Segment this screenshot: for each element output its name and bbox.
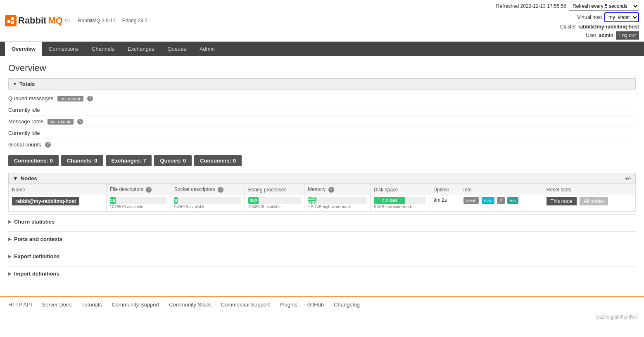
ports-contexts-header[interactable]: ▶ Ports and contexts bbox=[8, 232, 636, 246]
svg-rect-1 bbox=[11, 17, 14, 20]
user-value: admin bbox=[599, 33, 613, 38]
virtual-host-select[interactable]: my_vhost/ bbox=[604, 12, 639, 22]
nodes-section: ▼ Nodes +/- Name File descriptors ? Sock… bbox=[8, 173, 636, 212]
footer-community-support[interactable]: Community Support bbox=[112, 302, 159, 308]
sd-help-icon[interactable]: ? bbox=[218, 187, 223, 193]
global-counts-row: Global counts ? bbox=[8, 139, 636, 150]
reset-all-nodes-button[interactable]: All nodes bbox=[580, 197, 608, 205]
churn-statistics-label: Churn statistics bbox=[14, 219, 55, 225]
nav-connections[interactable]: Connections bbox=[42, 42, 85, 56]
footer-github[interactable]: GitHub bbox=[307, 302, 324, 308]
totals-label: Totals bbox=[19, 81, 35, 87]
refresh-row: Refreshed 2022-12-13 17:55:56 Refresh ev… bbox=[496, 2, 639, 11]
logo-tm: TM bbox=[64, 19, 70, 23]
main-content: Overview ▼ Totals Queued messages last m… bbox=[0, 56, 644, 288]
col-erlang-processes: Erlang processes bbox=[245, 184, 304, 195]
global-counts-help[interactable]: ? bbox=[45, 142, 51, 148]
export-arrow: ▶ bbox=[8, 254, 12, 259]
message-rates-row: Message rates last minute ? bbox=[8, 116, 636, 127]
ports-contexts-section: ▶ Ports and contexts bbox=[8, 231, 636, 246]
import-definitions-section: ▶ Import definitions bbox=[8, 266, 636, 281]
ep-progress-bar: 382 bbox=[248, 197, 259, 204]
uptime-value: 9m 2s bbox=[433, 197, 447, 203]
nav-admin[interactable]: Admin bbox=[193, 42, 221, 56]
footer-tutorials[interactable]: Tutorials bbox=[81, 302, 102, 308]
disk-data: 7.2 GiB 8 MiB low watermark bbox=[374, 197, 426, 209]
import-definitions-header[interactable]: ▶ Import definitions bbox=[8, 266, 636, 281]
footer-server-docs[interactable]: Server Docs bbox=[42, 302, 72, 308]
disk-watermark: 8 MiB low watermark bbox=[374, 205, 426, 209]
disk-space-cell: 7.2 GiB 8 MiB low watermark bbox=[370, 195, 430, 212]
totals-section: ▼ Totals Queued messages last minute ? C… bbox=[8, 78, 636, 166]
info-badge-disc: disc bbox=[482, 197, 495, 204]
info-badge-basic: basic bbox=[463, 197, 479, 204]
file-descriptors-cell: 36 1048576 available bbox=[106, 195, 171, 212]
queued-messages-help[interactable]: ? bbox=[87, 96, 93, 101]
footer-commercial-support[interactable]: Commercial Support bbox=[221, 302, 270, 308]
churn-statistics-header[interactable]: ▶ Churn statistics bbox=[8, 214, 636, 229]
col-info: Info bbox=[460, 184, 543, 195]
exchanges-count: Exchanges: 7 bbox=[106, 155, 152, 166]
memory-help-icon[interactable]: ? bbox=[328, 187, 334, 193]
refresh-select[interactable]: Refresh every 5 secondsRefresh every 10 … bbox=[569, 2, 639, 11]
nav-channels[interactable]: Channels bbox=[85, 42, 121, 56]
col-socket-descriptors: Socket descriptors ? bbox=[171, 184, 245, 195]
node-name: rabbit@my-rabbitmq-host bbox=[12, 197, 79, 205]
fd-progress-wrap: 36 bbox=[110, 197, 167, 204]
socket-descriptors-cell: 0 943629 available bbox=[171, 195, 245, 212]
memory-cell: 129 MiB 1.5 GiB high watermark bbox=[304, 195, 371, 212]
virtual-host-row: Virtual host my_vhost/ bbox=[577, 12, 639, 22]
table-header-row: Name File descriptors ? Socket descripto… bbox=[9, 184, 636, 195]
totals-header[interactable]: ▼ Totals bbox=[8, 78, 636, 90]
col-memory: Memory ? bbox=[304, 184, 371, 195]
nav-overview[interactable]: Overview bbox=[5, 42, 42, 56]
churn-statistics-section: ▶ Churn statistics bbox=[8, 214, 636, 229]
import-definitions-label: Import definitions bbox=[14, 271, 59, 277]
logo-rabbit: Rabbit bbox=[18, 15, 46, 26]
export-definitions-section: ▶ Export definitions bbox=[8, 249, 636, 264]
rabbitmq-version: RabbitMQ 3.9.11 bbox=[78, 18, 116, 24]
nodes-section-header[interactable]: ▼ Nodes +/- bbox=[8, 173, 636, 184]
disk-progress-bar: 7.2 GiB bbox=[374, 197, 405, 204]
message-rates-help[interactable]: ? bbox=[77, 119, 83, 125]
logout-button[interactable]: Log out bbox=[616, 31, 639, 40]
consumers-count: Consumers: 0 bbox=[194, 155, 242, 166]
col-reset-stats: Reset stats bbox=[543, 184, 635, 195]
export-definitions-header[interactable]: ▶ Export definitions bbox=[8, 249, 636, 264]
counts-row: Connections: 0 Channels: 0 Exchanges: 7 … bbox=[8, 155, 636, 166]
user-label: User bbox=[586, 33, 596, 38]
currently-idle-1: Currently idle bbox=[8, 107, 40, 113]
footer: HTTP API Server Docs Tutorials Community… bbox=[0, 296, 644, 313]
footer-community-slack[interactable]: Community Slack bbox=[169, 302, 211, 308]
fd-data: 36 1048576 available bbox=[110, 197, 167, 209]
logo-area: RabbitMQTM RabbitMQ 3.9.11 Erlang 24.2 bbox=[5, 15, 147, 26]
fd-progress-bar: 36 bbox=[110, 197, 116, 204]
nodes-arrow: ▼ bbox=[13, 175, 18, 181]
svg-rect-0 bbox=[7, 20, 10, 23]
info-cell: basic disc 2 rss bbox=[460, 195, 543, 212]
export-definitions-label: Export definitions bbox=[14, 253, 60, 259]
currently-idle-2: Currently idle bbox=[8, 130, 40, 136]
footer-http-api[interactable]: HTTP API bbox=[8, 302, 32, 308]
cluster-label: Cluster bbox=[560, 24, 576, 30]
fd-help-icon[interactable]: ? bbox=[146, 187, 152, 193]
footer-changelog[interactable]: Changelog bbox=[334, 302, 360, 308]
info-badge-rss: rss bbox=[507, 197, 518, 204]
currently-idle-1-row: Currently idle bbox=[8, 104, 636, 116]
page-title: Overview bbox=[8, 63, 636, 73]
nav-queues[interactable]: Queues bbox=[161, 42, 193, 56]
erlang-version: Erlang 24.2 bbox=[122, 18, 147, 24]
logo-icon bbox=[5, 15, 17, 26]
queued-messages-label: Queued messages bbox=[8, 95, 53, 101]
reset-this-node-button[interactable]: This node bbox=[547, 197, 577, 205]
nav-exchanges[interactable]: Exchanges bbox=[121, 42, 161, 56]
virtual-host-label: Virtual host bbox=[577, 14, 602, 20]
footer-plugins[interactable]: Plugins bbox=[280, 302, 297, 308]
disk-progress-wrap: 7.2 GiB bbox=[374, 197, 426, 204]
ports-arrow: ▶ bbox=[8, 237, 12, 241]
col-name: Name bbox=[9, 184, 107, 195]
plus-minus[interactable]: +/- bbox=[625, 176, 631, 181]
churn-arrow: ▶ bbox=[8, 219, 12, 224]
queued-messages-tag: last minute bbox=[57, 96, 83, 101]
erlang-processes-cell: 382 1048576 available bbox=[245, 195, 304, 212]
